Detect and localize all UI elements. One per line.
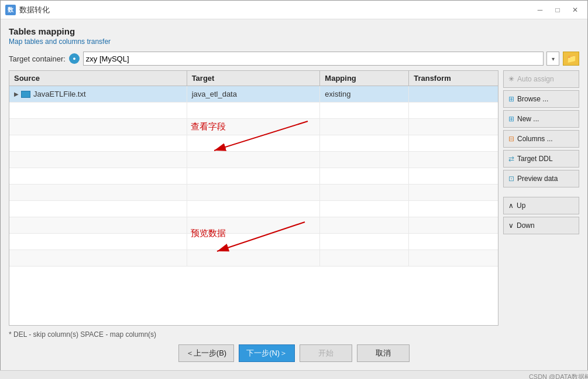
auto-assign-button[interactable]: ✳ Auto assign [503, 70, 579, 88]
main-window: 数 数据转化 ─ □ ✕ Tables mapping Map tables a… [0, 0, 588, 379]
preview-icon: ⊡ [508, 175, 514, 183]
target-ddl-button[interactable]: ⇄ Target DDL [503, 150, 579, 168]
table-row[interactable] [9, 135, 498, 152]
cell-mapping-4 [320, 152, 409, 168]
spacer [503, 190, 579, 194]
table-row[interactable] [9, 234, 498, 250]
window-title: 数据转化 [19, 5, 532, 15]
up-icon: ∧ [508, 202, 514, 210]
cell-source-1 [9, 103, 187, 118]
app-icon: 数 [5, 5, 16, 15]
close-button[interactable]: ✕ [568, 4, 583, 16]
start-button[interactable]: 开始 [300, 344, 352, 362]
cell-mapping-0: existing [320, 86, 409, 102]
cell-source-4 [9, 152, 187, 168]
cell-target-3 [187, 135, 321, 151]
cell-transform-0 [409, 86, 498, 102]
ddl-icon: ⇄ [508, 155, 514, 163]
cell-transform-1 [409, 103, 498, 118]
table-row[interactable] [9, 119, 498, 135]
table-row[interactable] [9, 152, 498, 168]
target-container-row: Target container: ● zxy [MySQL] ▾ 📁 [9, 52, 579, 66]
col-header-transform: Transform [409, 71, 498, 86]
cell-transform-3 [409, 135, 498, 151]
star-icon: ✳ [508, 75, 514, 83]
table-body: ▶ JavaETLFile.txt java_etl_data existing [9, 86, 498, 325]
cell-source-3 [9, 135, 187, 151]
cell-source-2 [9, 119, 187, 135]
down-icon: ∨ [508, 221, 514, 230]
next-button[interactable]: 下一步(N)＞ [239, 344, 295, 362]
page-title: Tables mapping [9, 26, 579, 36]
col-header-target: Target [187, 71, 321, 86]
browse-folder-button[interactable]: 📁 [563, 52, 579, 66]
target-label: Target container: [9, 54, 66, 63]
table-row[interactable]: ▶ JavaETLFile.txt java_etl_data existing [9, 86, 498, 103]
down-button[interactable]: ∨ Down [503, 217, 579, 234]
table-header: Source Target Mapping Transform [9, 71, 498, 86]
table-row[interactable] [9, 103, 498, 119]
cell-mapping-3 [320, 135, 409, 151]
columns-button[interactable]: ⊟ Columns ... [503, 130, 579, 148]
annotation-overlay: 查看字段 [9, 168, 498, 185]
table-row[interactable] [9, 185, 498, 201]
cell-target-1 [187, 103, 321, 118]
dropdown-arrow-icon[interactable]: ▾ [546, 52, 559, 66]
table-row[interactable] [9, 201, 498, 217]
table-icon [21, 91, 30, 98]
prev-button[interactable]: ＜上一步(B) [178, 344, 234, 362]
window-controls: ─ □ ✕ [532, 4, 583, 16]
expand-icon: ▶ [14, 91, 19, 97]
up-button[interactable]: ∧ Up [503, 197, 579, 214]
preview-data-button[interactable]: ⊡ Preview data [503, 170, 579, 187]
footer: * DEL - skip column(s) SPACE - map colum… [9, 330, 579, 339]
new-button[interactable]: ⊞ New ... [503, 110, 579, 128]
target-container-select[interactable]: zxy [MySQL] [83, 52, 544, 66]
content-area: Tables mapping Map tables and columns tr… [1, 19, 587, 370]
hint-text: * DEL - skip column(s) SPACE - map colum… [9, 330, 579, 339]
cell-transform-2 [409, 119, 498, 135]
new-icon: ⊞ [508, 115, 514, 123]
browse-icon: ⊞ [508, 95, 514, 103]
cell-source-0: ▶ JavaETLFile.txt [9, 86, 187, 102]
watermark-text: CSDN @DATA数据棒 [529, 373, 588, 379]
table-row[interactable] [9, 217, 498, 234]
col-header-source: Source [9, 71, 187, 86]
watermark-bar: CSDN @DATA数据棒 [0, 370, 588, 379]
sidebar-buttons: ✳ Auto assign ⊞ Browse ... ⊞ New ... ⊟ C… [503, 70, 579, 326]
maximize-button[interactable]: □ [550, 4, 565, 16]
annotation-overlay-2: 预览数据 [9, 234, 498, 250]
columns-icon: ⊟ [508, 135, 514, 143]
navigation-buttons: ＜上一步(B) 下一步(N)＞ 开始 取消 [9, 339, 579, 366]
cell-mapping-2 [320, 119, 409, 135]
page-subtitle: Map tables and columns transfer [9, 37, 579, 46]
table-row[interactable] [9, 250, 498, 267]
cell-target-4 [187, 152, 321, 168]
cell-target-0: java_etl_data [187, 86, 321, 102]
main-area: Source Target Mapping Transform ▶ JavaET… [9, 70, 579, 326]
cancel-button[interactable]: 取消 [357, 344, 410, 362]
col-header-mapping: Mapping [320, 71, 409, 86]
cell-target-2 [187, 119, 321, 135]
cell-mapping-1 [320, 103, 409, 118]
minimize-button[interactable]: ─ [532, 4, 548, 16]
browse-button[interactable]: ⊞ Browse ... [503, 90, 579, 108]
table-row[interactable] [9, 168, 498, 185]
title-bar: 数 数据转化 ─ □ ✕ [1, 1, 587, 19]
cell-transform-4 [409, 152, 498, 168]
db-icon: ● [69, 53, 80, 64]
mapping-table: Source Target Mapping Transform ▶ JavaET… [9, 70, 498, 326]
